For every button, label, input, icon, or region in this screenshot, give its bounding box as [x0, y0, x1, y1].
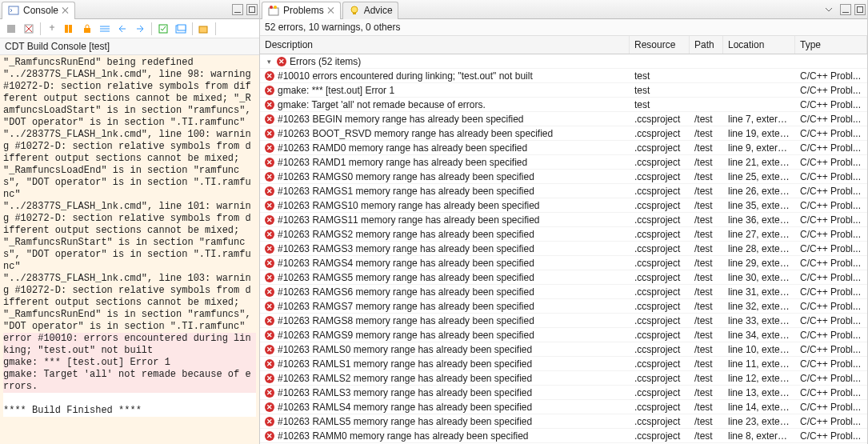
col-location[interactable]: Location — [723, 36, 795, 54]
console-output[interactable]: "_RamfuncsRunEnd" being redefined "../28… — [0, 55, 259, 444]
minimize-icon[interactable] — [840, 4, 851, 15]
open-console-button[interactable] — [196, 21, 212, 37]
error-icon: ✕ — [265, 244, 274, 254]
table-row[interactable]: ✕#10263 RAMGS11 memory range has already… — [260, 213, 867, 227]
minimize-icon[interactable] — [232, 4, 243, 15]
table-row[interactable]: ✕gmake: *** [test.out] Error 1testC/C++ … — [260, 83, 867, 98]
console-tab[interactable]: Console — [2, 2, 75, 19]
table-row[interactable]: ✕#10263 RAMGS0 memory range has already … — [260, 170, 867, 184]
error-description: #10263 RAMLS5 memory range has already b… — [278, 416, 532, 427]
scroll-lock-button[interactable] — [79, 21, 95, 37]
advice-tab[interactable]: Advice — [342, 2, 398, 19]
svg-rect-6 — [69, 25, 72, 33]
cell-resource: .ccsproject — [630, 430, 690, 442]
error-icon: ✕ — [277, 57, 286, 66]
table-row[interactable]: ✕#10263 RAMGS1 memory range has already … — [260, 184, 867, 198]
cell-path: /test — [690, 343, 723, 356]
wrap-button[interactable] — [62, 21, 78, 37]
error-description: #10263 RAMGS6 memory range has already b… — [278, 286, 534, 298]
cell-path: /test — [690, 329, 723, 342]
prev-error-button[interactable] — [114, 21, 130, 37]
cell-path: /test — [690, 358, 723, 370]
error-description: #10263 RAMGS10 memory range has already … — [278, 200, 540, 211]
separator — [40, 22, 41, 35]
error-icon: ✕ — [265, 330, 274, 340]
error-icon: ✕ — [265, 201, 274, 210]
view-menu-button[interactable] — [821, 2, 837, 18]
table-row[interactable]: ✕#10263 RAMLS0 memory range has already … — [260, 342, 867, 357]
table-row[interactable]: ✕gmake: Target 'all' not remade because … — [260, 98, 867, 112]
table-row[interactable]: ✕#10263 RAMM0 memory range has already b… — [260, 429, 867, 443]
maximize-icon[interactable] — [854, 4, 866, 15]
stop-button[interactable] — [3, 21, 19, 37]
cell-resource: .ccsproject — [630, 113, 690, 126]
save-button[interactable] — [155, 21, 171, 37]
col-path[interactable]: Path — [690, 36, 723, 54]
error-description: #10263 RAMLS1 memory range has already b… — [278, 358, 532, 370]
error-description: gmake: *** [test.out] Error 1 — [278, 85, 394, 96]
table-row[interactable]: ✕#10263 RAMLS5 memory range has already … — [260, 414, 867, 429]
switch-console-button[interactable] — [173, 21, 189, 37]
error-icon: ✕ — [265, 158, 274, 167]
table-row[interactable]: ✕#10263 RAMGS3 memory range has already … — [260, 242, 867, 256]
cell-location: line 30, exter... — [723, 271, 795, 284]
table-row[interactable]: ✕#10263 BOOT_RSVD memory range has alrea… — [260, 126, 867, 141]
col-resource[interactable]: Resource — [630, 36, 690, 54]
error-description: #10263 RAMM0 memory range has already be… — [278, 430, 529, 442]
table-row[interactable]: ✕#10263 RAMLS1 memory range has already … — [260, 357, 867, 371]
table-row[interactable]: ✕#10263 RAMGS4 memory range has already … — [260, 256, 867, 270]
table-row[interactable]: ✕#10263 BEGIN memory range has already b… — [260, 112, 867, 126]
table-row[interactable]: ✕#10263 RAMGS2 memory range has already … — [260, 227, 867, 242]
pin-button[interactable] — [44, 21, 60, 37]
cell-resource: test — [630, 70, 690, 82]
maximize-icon[interactable] — [246, 4, 258, 15]
table-row[interactable]: ✕#10263 RAMGS10 memory range has already… — [260, 198, 867, 213]
table-row[interactable]: ✕#10010 errors encountered during linkin… — [260, 69, 867, 83]
table-row[interactable]: ✕#10263 RAMGS9 memory range has already … — [260, 328, 867, 342]
table-row[interactable]: ✕#10263 RAMGS7 memory range has already … — [260, 299, 867, 314]
cell-resource: .ccsproject — [630, 329, 690, 342]
remove-button[interactable] — [21, 21, 37, 37]
problems-pane: Problems Advice 52 errors, 10 warnings, … — [260, 0, 868, 444]
col-description[interactable]: Description — [260, 36, 630, 54]
table-row[interactable]: ✕#10263 RAMD1 memory range has already b… — [260, 155, 867, 170]
problems-tree[interactable]: ▾✕Errors (52 items) ✕#10010 errors encou… — [260, 54, 867, 444]
table-row[interactable]: ✕#10263 RAMD0 memory range has already b… — [260, 141, 867, 155]
table-row[interactable]: ✕#10263 RAMLS4 memory range has already … — [260, 400, 867, 414]
error-description: #10263 RAMGS4 memory range has already b… — [278, 258, 534, 269]
table-row[interactable]: ✕#10263 RAMGS8 memory range has already … — [260, 314, 867, 328]
problems-tab[interactable]: Problems — [262, 2, 341, 19]
error-description: #10263 RAMLS4 memory range has already b… — [278, 402, 532, 413]
close-icon[interactable] — [327, 6, 335, 14]
error-icon: ✕ — [265, 316, 274, 326]
table-row[interactable]: ✕#10263 RAMGS5 memory range has already … — [260, 270, 867, 285]
cell-path: /test — [690, 300, 723, 313]
errors-group-row[interactable]: ▾✕Errors (52 items) — [260, 54, 867, 69]
console-title: CDT Build Console [test] — [0, 38, 259, 55]
table-row[interactable]: ✕#10263 RAMLS3 memory range has already … — [260, 386, 867, 400]
show-errors-button[interactable] — [97, 21, 113, 37]
cell-location: line 36, exter... — [723, 214, 795, 226]
cell-location: line 10, exter... — [723, 343, 795, 356]
cell-path: /test — [690, 271, 723, 284]
cell-location: line 34, exter... — [723, 329, 795, 342]
table-header: Description Resource Path Location Type — [260, 36, 867, 54]
error-icon: ✕ — [265, 345, 274, 354]
table-row[interactable]: ✕#10263 RAMGS6 memory range has already … — [260, 285, 867, 299]
next-error-button[interactable] — [132, 21, 148, 37]
expander-icon[interactable]: ▾ — [265, 57, 274, 66]
error-description: #10263 RAMGS9 memory range has already b… — [278, 330, 534, 341]
console-finish-text: **** Build Finished **** — [3, 393, 256, 417]
cell-resource: .ccsproject — [630, 199, 690, 212]
cell-path: /test — [690, 314, 723, 327]
cell-type: C/C++ Probl... — [795, 401, 867, 414]
col-type[interactable]: Type — [795, 36, 867, 54]
cell-path: /test — [690, 386, 723, 399]
close-icon[interactable] — [62, 6, 70, 14]
cell-location — [723, 90, 795, 91]
svg-point-16 — [270, 6, 273, 9]
error-description: #10263 RAMGS1 memory range has already b… — [278, 186, 534, 197]
svg-rect-14 — [199, 26, 207, 33]
table-row[interactable]: ✕#10263 RAMLS2 memory range has already … — [260, 371, 867, 386]
cell-location: line 9, extern... — [723, 142, 795, 154]
